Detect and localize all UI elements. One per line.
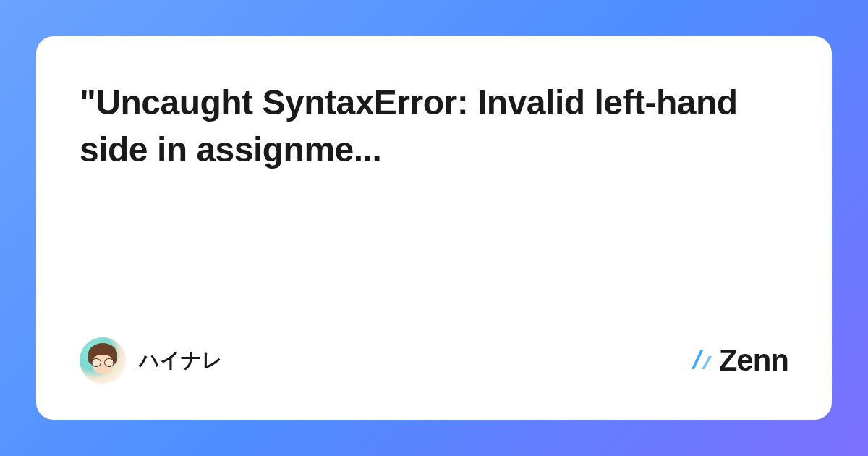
author-name: ハイナレ — [139, 347, 223, 374]
avatar-illustration — [80, 337, 126, 384]
author-avatar — [80, 337, 126, 384]
zenn-icon — [689, 347, 715, 373]
article-title: "Uncaught SyntaxError: Invalid left-hand… — [80, 80, 788, 174]
card-footer: ハイナレ Zenn — [80, 337, 788, 384]
author-section: ハイナレ — [80, 337, 223, 384]
article-card: "Uncaught SyntaxError: Invalid left-hand… — [36, 36, 832, 420]
brand-logo: Zenn — [689, 343, 788, 378]
brand-name: Zenn — [719, 343, 788, 378]
